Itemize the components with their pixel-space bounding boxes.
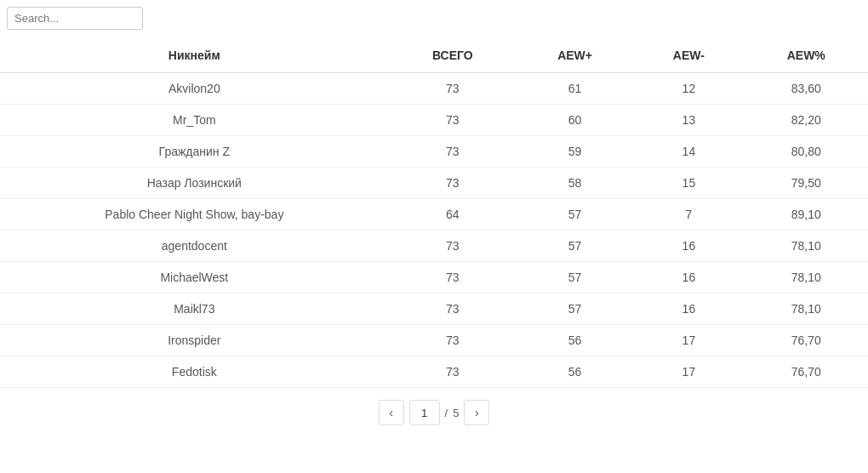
table-row: agentdocent73571678,10 <box>0 231 868 262</box>
cell-aew_pct-8: 76,70 <box>745 325 869 356</box>
search-container <box>0 0 868 30</box>
col-header-aew-pct: AEW% <box>745 38 869 73</box>
cell-nickname-4: Pablo Cheer Night Show, bay-bay <box>0 199 389 231</box>
cell-total-5: 73 <box>389 231 517 262</box>
cell-total-6: 73 <box>389 262 517 293</box>
table-row: Гражданин Z73591480,80 <box>0 136 868 168</box>
table-header-row: Никнейм ВСЕГО AEW+ AEW- AEW% <box>0 38 868 73</box>
search-input[interactable] <box>7 7 143 30</box>
cell-aew_plus-7: 57 <box>517 293 633 325</box>
table-row: Mr_Tom73601382,20 <box>0 105 868 136</box>
cell-aew_pct-0: 83,60 <box>745 73 869 105</box>
cell-nickname-7: Maikl73 <box>0 293 389 325</box>
cell-aew_minus-5: 16 <box>633 231 744 262</box>
cell-aew_minus-8: 17 <box>633 325 744 356</box>
table-row: Fedotisk73561776,70 <box>0 356 868 388</box>
cell-aew_minus-2: 14 <box>633 136 744 168</box>
cell-aew_minus-0: 12 <box>633 73 744 105</box>
cell-aew_minus-4: 7 <box>633 199 744 231</box>
page-separator: / <box>445 407 448 419</box>
cell-aew_minus-7: 16 <box>633 293 744 325</box>
cell-aew_pct-9: 76,70 <box>745 356 869 388</box>
cell-aew_plus-0: 61 <box>517 73 633 105</box>
cell-nickname-1: Mr_Tom <box>0 105 389 136</box>
cell-aew_plus-3: 58 <box>517 168 633 199</box>
table-row: Ironspider73561776,70 <box>0 325 868 356</box>
cell-nickname-0: Akvilon20 <box>0 73 389 105</box>
cell-aew_pct-5: 78,10 <box>745 231 869 262</box>
cell-total-4: 64 <box>389 199 517 231</box>
cell-aew_minus-6: 16 <box>633 262 744 293</box>
cell-nickname-6: MichaelWest <box>0 262 389 293</box>
cell-aew_plus-6: 57 <box>517 262 633 293</box>
cell-nickname-5: agentdocent <box>0 231 389 262</box>
total-pages: 5 <box>453 407 459 419</box>
cell-aew_plus-4: 57 <box>517 199 633 231</box>
cell-aew_pct-3: 79,50 <box>745 168 869 199</box>
cell-aew_pct-4: 89,10 <box>745 199 869 231</box>
page-number-input[interactable] <box>409 400 440 425</box>
cell-total-0: 73 <box>389 73 517 105</box>
table-row: MichaelWest73571678,10 <box>0 262 868 293</box>
cell-aew_pct-2: 80,80 <box>745 136 869 168</box>
table-row: Akvilon2073611283,60 <box>0 73 868 105</box>
col-header-aew-minus: AEW- <box>633 38 744 73</box>
cell-aew_minus-9: 17 <box>633 356 744 388</box>
cell-aew_plus-2: 59 <box>517 136 633 168</box>
cell-nickname-9: Fedotisk <box>0 356 389 388</box>
cell-total-1: 73 <box>389 105 517 136</box>
cell-nickname-3: Назар Лозинский <box>0 168 389 199</box>
cell-total-9: 73 <box>389 356 517 388</box>
cell-aew_minus-1: 13 <box>633 105 744 136</box>
next-page-button[interactable]: › <box>464 400 489 425</box>
cell-total-7: 73 <box>389 293 517 325</box>
cell-aew_pct-6: 78,10 <box>745 262 869 293</box>
cell-aew_plus-1: 60 <box>517 105 633 136</box>
cell-aew_plus-9: 56 <box>517 356 633 388</box>
table-row: Pablo Cheer Night Show, bay-bay6457789,1… <box>0 199 868 231</box>
cell-total-2: 73 <box>389 136 517 168</box>
cell-nickname-2: Гражданин Z <box>0 136 389 168</box>
col-header-nickname: Никнейм <box>0 38 389 73</box>
col-header-aew-plus: AEW+ <box>517 38 633 73</box>
cell-aew_plus-5: 57 <box>517 231 633 262</box>
table-row: Maikl7373571678,10 <box>0 293 868 325</box>
cell-aew_minus-3: 15 <box>633 168 744 199</box>
table-row: Назар Лозинский73581579,50 <box>0 168 868 199</box>
cell-aew_pct-7: 78,10 <box>745 293 869 325</box>
cell-aew_plus-8: 56 <box>517 325 633 356</box>
cell-total-3: 73 <box>389 168 517 199</box>
col-header-total: ВСЕГО <box>389 38 517 73</box>
cell-total-8: 73 <box>389 325 517 356</box>
pagination: ‹ / 5 › <box>0 388 868 434</box>
leaderboard-table: Никнейм ВСЕГО AEW+ AEW- AEW% Akvilon2073… <box>0 38 868 388</box>
cell-aew_pct-1: 82,20 <box>745 105 869 136</box>
prev-page-button[interactable]: ‹ <box>379 400 404 425</box>
cell-nickname-8: Ironspider <box>0 325 389 356</box>
